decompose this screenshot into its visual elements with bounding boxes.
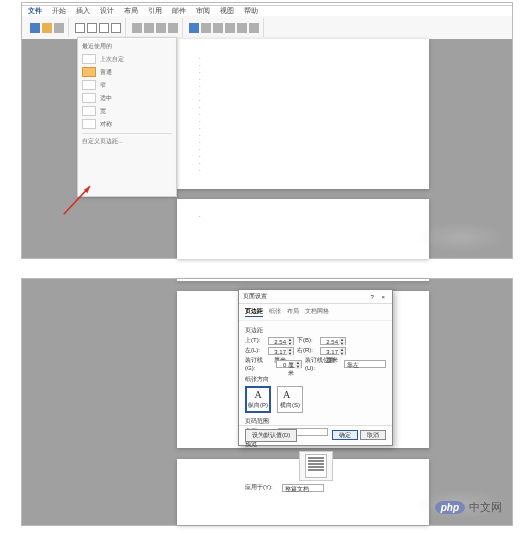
tab-layout[interactable]: 布局 (287, 307, 299, 317)
size-icon[interactable] (99, 23, 109, 33)
orientation-portrait[interactable]: A 纵向(P) (245, 386, 271, 413)
page-1-content: ······ ······ ····· (199, 55, 407, 174)
ribbon-group-paragraph (128, 18, 183, 37)
wrap-text-icon[interactable] (201, 23, 211, 33)
margin-option-narrow[interactable]: 窄 (82, 80, 172, 90)
bottom-label: 下(B): (297, 336, 317, 345)
cancel-button[interactable]: 取消 (360, 430, 386, 440)
page-2-content: · (199, 213, 407, 220)
menu-insert[interactable]: 插入 (76, 6, 90, 16)
section-preview: 预览 应用于(Y): 整篇文档 (245, 440, 386, 492)
right-spinner[interactable]: 3.17 厘米▲▼ (320, 347, 346, 355)
orientation-icon[interactable] (87, 23, 97, 33)
bring-forward-icon[interactable] (213, 23, 223, 33)
page-a-edge (177, 279, 429, 281)
paste-icon[interactable] (30, 23, 40, 33)
top-label: 上(T): (245, 336, 265, 345)
menu-home[interactable]: 开始 (52, 6, 66, 16)
section-margins-label: 页边距 (245, 326, 386, 335)
page-setup-dialog: 页面设置 ? × 页边距 纸张 布局 文档网格 页边距 上(T): 2.54 厘… (238, 289, 393, 446)
screenshot-1: 文件 开始 插入 设计 布局 引用 邮件 审阅 视图 帮助 (21, 2, 513, 259)
dropdown-section-label: 最近使用的 (82, 42, 172, 51)
dialog-footer: 设为默认值(D) 确定 取消 (239, 425, 392, 445)
cut-icon[interactable] (54, 23, 64, 33)
tab-paper[interactable]: 纸张 (269, 307, 281, 317)
align-icon[interactable] (249, 23, 259, 33)
margins-dropdown[interactable]: 最近使用的 上次自定 普通 窄 适中 宽 对称 自定义页边距... (77, 37, 177, 197)
default-button[interactable]: 设为默认值(D) (245, 429, 297, 442)
indent-left-icon[interactable] (132, 23, 142, 33)
screenshot-2: 页面设置 ? × 页边距 纸张 布局 文档网格 页边距 上(T): 2.54 厘… (21, 278, 513, 526)
menu-file[interactable]: 文件 (28, 6, 42, 16)
right-label: 右(R): (297, 346, 317, 355)
dialog-title-bar: 页面设置 ? × (239, 290, 392, 304)
php-watermark: php 中文网 (435, 500, 502, 515)
ribbon-group-page-setup (71, 18, 126, 37)
dialog-title: 页面设置 (243, 292, 267, 301)
php-logo-icon: php (435, 501, 465, 514)
section-orientation: 纸张方向 A 纵向(P) A 横向(S) (245, 375, 386, 413)
php-watermark-text: 中文网 (469, 500, 502, 515)
page-1: ······ ······ ····· (177, 39, 429, 189)
left-spinner[interactable]: 3.17 厘米▲▼ (268, 347, 294, 355)
tab-grid[interactable]: 文档网格 (305, 307, 329, 317)
send-backward-icon[interactable] (225, 23, 235, 33)
watermark-blur (416, 222, 506, 252)
gutter-pos-label: 装订线位置(U): (305, 356, 341, 371)
menu-help[interactable]: 帮助 (244, 6, 258, 16)
dialog-tabs: 页边距 纸张 布局 文档网格 (239, 304, 392, 321)
copy-icon[interactable] (42, 23, 52, 33)
columns-icon[interactable] (111, 23, 121, 33)
section-margins: 页边距 上(T): 2.54 厘米▲▼ 下(B): 2.54 厘米▲▼ 左(L)… (245, 326, 386, 371)
margin-option-normal[interactable]: 普通 (82, 67, 172, 77)
gutter-spinner[interactable]: 0 厘米▲▼ (276, 360, 302, 368)
page-2: · (177, 199, 429, 259)
dialog-body: 页边距 上(T): 2.54 厘米▲▼ 下(B): 2.54 厘米▲▼ 左(L)… (239, 321, 392, 499)
position-icon[interactable] (189, 23, 199, 33)
margin-option-wide[interactable]: 宽 (82, 106, 172, 116)
dialog-help-icon[interactable]: ? (367, 294, 376, 300)
margin-option-moderate[interactable]: 适中 (82, 93, 172, 103)
top-spinner[interactable]: 2.54 厘米▲▼ (268, 337, 294, 345)
preview-box (299, 451, 333, 481)
spacing-after-icon[interactable] (168, 23, 178, 33)
menu-layout[interactable]: 布局 (124, 6, 138, 16)
ok-button[interactable]: 确定 (332, 430, 358, 440)
preview-page-icon (305, 454, 327, 478)
ribbon-group-clipboard (26, 18, 69, 37)
section-orientation-label: 纸张方向 (245, 375, 386, 384)
portrait-icon: A (254, 389, 261, 400)
menu-bar: 文件 开始 插入 设计 布局 引用 邮件 审阅 视图 帮助 (22, 6, 512, 16)
applyto-label: 应用于(Y): (245, 483, 279, 492)
menu-review[interactable]: 审阅 (196, 6, 210, 16)
gutter-label: 装订线(G): (245, 356, 273, 371)
orientation-landscape[interactable]: A 横向(S) (277, 386, 303, 413)
selection-pane-icon[interactable] (237, 23, 247, 33)
left-label: 左(L): (245, 346, 265, 355)
margin-option-mirrored[interactable]: 对称 (82, 119, 172, 129)
menu-design[interactable]: 设计 (100, 6, 114, 16)
tab-margins[interactable]: 页边距 (245, 307, 263, 317)
applyto-select[interactable]: 整篇文档 (282, 484, 324, 492)
margins-icon[interactable] (75, 23, 85, 33)
indent-right-icon[interactable] (144, 23, 154, 33)
bottom-spinner[interactable]: 2.54 厘米▲▼ (320, 337, 346, 345)
menu-mailings[interactable]: 邮件 (172, 6, 186, 16)
landscape-icon: A (283, 389, 297, 400)
dialog-close-icon[interactable]: × (378, 294, 388, 300)
menu-view[interactable]: 视图 (220, 6, 234, 16)
gutter-pos-select[interactable]: 靠左 (344, 360, 386, 368)
margin-option-custom[interactable]: 自定义页边距... (82, 133, 172, 146)
margin-option-last[interactable]: 上次自定 (82, 54, 172, 64)
spacing-before-icon[interactable] (156, 23, 166, 33)
ribbon-group-arrange (185, 18, 264, 37)
menu-references[interactable]: 引用 (148, 6, 162, 16)
